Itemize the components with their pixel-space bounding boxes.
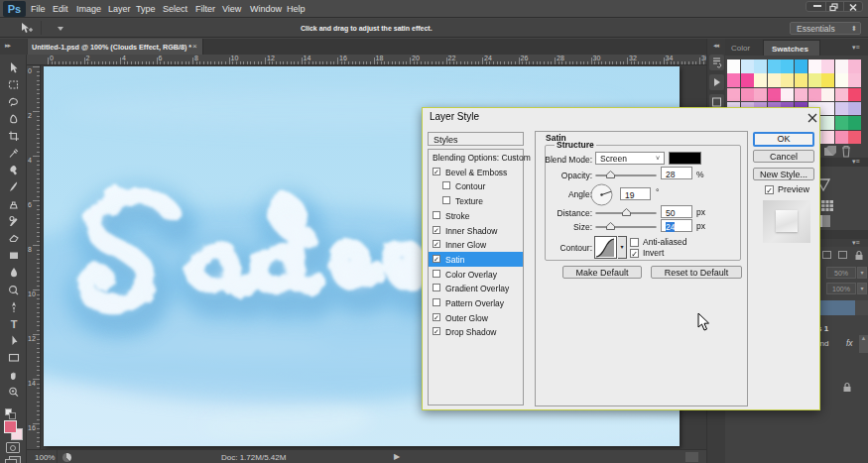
svg-text:T: T <box>11 318 18 330</box>
